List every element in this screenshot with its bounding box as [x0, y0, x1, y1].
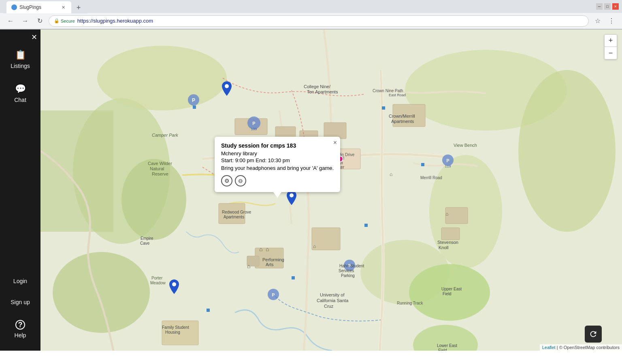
sidebar-item-chat[interactable]: 💬 Chat: [0, 76, 40, 110]
svg-text:Porter: Porter: [151, 276, 163, 280]
popup-actions: ⚙ ⊖: [221, 175, 334, 186]
address-url: https://slugpings.herokuapp.com: [77, 18, 153, 24]
svg-text:Apartments: Apartments: [391, 119, 414, 124]
svg-rect-41: [193, 106, 196, 109]
svg-text:Cave: Cave: [140, 241, 150, 245]
svg-text:View Bench: View Bench: [454, 143, 477, 148]
svg-text:California Santa: California Santa: [317, 298, 349, 303]
sidebar-item-listings[interactable]: 📋 Listings: [0, 42, 40, 76]
map-popup: × Study session for cmps 183 Mchenry lib…: [215, 137, 340, 192]
svg-text:Stevenson: Stevenson: [437, 240, 458, 245]
tab-title: SlugPings: [19, 4, 41, 10]
new-tab-button[interactable]: +: [73, 2, 84, 13]
svg-rect-46: [364, 224, 368, 227]
active-tab[interactable]: SlugPings ✕: [6, 1, 71, 13]
browser-chrome: SlugPings ✕ + ─ □ ✕ ← → ↻ 🔒 Secure https…: [0, 0, 622, 30]
tab-favicon: [11, 4, 17, 10]
svg-text:Running Track: Running Track: [397, 301, 423, 305]
popup-edit-button[interactable]: ⚙: [221, 175, 232, 186]
svg-text:Meadow: Meadow: [150, 281, 166, 285]
svg-text:P: P: [446, 158, 449, 163]
svg-text:Ten Apartments: Ten Apartments: [307, 89, 338, 94]
svg-text:Redwood Grove: Redwood Grove: [222, 210, 251, 214]
secure-icon: 🔒 Secure: [54, 18, 75, 23]
chrome-menu-button[interactable]: ⋮: [606, 15, 617, 27]
svg-text:Knoll: Knoll: [439, 245, 448, 250]
svg-text:Arts: Arts: [266, 262, 274, 267]
svg-text:⌂: ⌂: [313, 243, 316, 249]
sidebar-bottom: Login Sign up ? Help: [0, 271, 40, 346]
svg-text:P: P: [192, 97, 195, 103]
svg-text:Empire: Empire: [141, 236, 153, 241]
back-button[interactable]: ←: [5, 15, 16, 27]
svg-text:Apartments: Apartments: [224, 215, 244, 219]
refresh-icon: [589, 330, 598, 339]
close-button[interactable]: ✕: [612, 3, 619, 10]
sidebar: ✕ 📋 Listings 💬 Chat Login Sign up ? Help: [0, 30, 40, 351]
svg-rect-19: [445, 207, 468, 224]
osm-attribution: © OpenStreetMap contributors: [559, 345, 620, 350]
sidebar-close-button[interactable]: ✕: [31, 33, 37, 42]
svg-text:College Nine/: College Nine/: [304, 84, 331, 89]
svg-text:Hahn Student: Hahn Student: [339, 264, 364, 268]
sidebar-item-signup[interactable]: Sign up: [0, 292, 40, 313]
svg-text:Crown Nine Path: Crown Nine Path: [373, 89, 403, 93]
leaflet-link[interactable]: Leaflet: [542, 345, 556, 350]
popup-delete-button[interactable]: ⊖: [235, 175, 246, 186]
bookmark-button[interactable]: ☆: [592, 15, 603, 27]
svg-text:Services: Services: [339, 269, 354, 273]
popup-close-button[interactable]: ×: [333, 139, 337, 146]
svg-text:Performing: Performing: [262, 257, 284, 262]
zoom-out-button[interactable]: −: [605, 47, 617, 59]
popup-location: Mchenry library: [221, 150, 334, 157]
sidebar-item-listings-label: Listings: [11, 63, 30, 69]
toolbar-right: ☆ ⋮: [592, 15, 617, 27]
svg-text:139: 139: [251, 127, 257, 131]
svg-text:Field: Field: [438, 348, 447, 351]
svg-text:Camper Park: Camper Park: [152, 133, 178, 138]
svg-text:Merrill Road: Merrill Road: [420, 176, 442, 180]
svg-rect-47: [292, 276, 295, 279]
sidebar-item-login-label: Login: [13, 278, 27, 284]
popup-title: Study session for cmps 183: [221, 142, 334, 149]
map-attribution: Leaflet | © OpenStreetMap contributors: [540, 344, 622, 351]
svg-rect-48: [207, 309, 210, 312]
svg-rect-20: [441, 228, 460, 240]
help-icon: ?: [15, 320, 25, 330]
map-pin-1[interactable]: [222, 81, 232, 97]
map-pin-2[interactable]: [287, 190, 296, 207]
svg-text:University of: University of: [320, 292, 345, 297]
tab-close-button[interactable]: ✕: [60, 4, 66, 11]
reload-button[interactable]: ↻: [34, 15, 45, 27]
svg-text:⌂: ⌂: [259, 246, 262, 252]
svg-point-7: [518, 70, 616, 232]
refresh-map-button[interactable]: [585, 326, 602, 343]
svg-point-5: [97, 46, 227, 110]
popup-description: Bring your headphones and bring your 'A'…: [221, 165, 334, 171]
svg-text:⌂: ⌂: [266, 246, 269, 252]
svg-point-100: [172, 282, 176, 286]
svg-point-4: [53, 252, 150, 333]
svg-text:Crown/Merrill: Crown/Merrill: [389, 114, 415, 119]
svg-point-2: [121, 159, 186, 240]
svg-point-99: [290, 193, 294, 197]
svg-text:East Road: East Road: [389, 93, 406, 97]
sidebar-item-help-label: Help: [15, 332, 26, 339]
sidebar-item-login[interactable]: Login: [0, 271, 40, 292]
minimize-button[interactable]: ─: [596, 3, 603, 10]
svg-text:Cruz: Cruz: [324, 304, 334, 309]
svg-text:Natural: Natural: [150, 166, 164, 171]
map-container[interactable]: P P 139 P 119 P P P: [40, 30, 622, 351]
map-pin-3[interactable]: [169, 279, 179, 296]
zoom-controls: + −: [604, 34, 617, 59]
sidebar-item-help[interactable]: ? Help: [0, 313, 40, 346]
zoom-in-button[interactable]: +: [605, 35, 617, 47]
chat-icon: 💬: [15, 84, 26, 94]
maximize-button[interactable]: □: [604, 3, 611, 10]
forward-button[interactable]: →: [19, 15, 31, 27]
tab-bar: SlugPings ✕ +: [3, 0, 87, 13]
window-controls: ─ □ ✕: [596, 3, 619, 10]
svg-text:Family Student: Family Student: [162, 325, 189, 330]
address-input[interactable]: 🔒 Secure https://slugpings.herokuapp.com: [49, 15, 589, 27]
svg-text:⌂: ⌂: [445, 211, 448, 217]
